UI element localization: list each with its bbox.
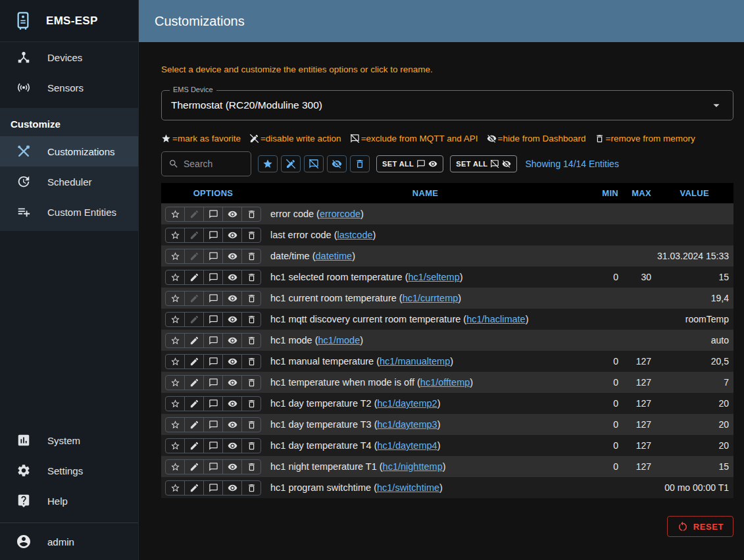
edit-toggle[interactable] [184, 312, 204, 327]
edit-toggle[interactable] [184, 417, 204, 432]
edit-toggle[interactable] [184, 207, 204, 222]
entity-id-link[interactable]: hc1/haclimate [466, 314, 525, 324]
mqtt-exclude-toggle[interactable] [203, 396, 223, 411]
edit-toggle[interactable] [184, 333, 204, 348]
entity-name-cell[interactable]: hc1 selected room temperature (hc1/selte… [265, 272, 585, 282]
delete-toggle[interactable] [241, 228, 261, 243]
table-row[interactable]: hc1 temperature when mode is off (hc1/of… [161, 372, 733, 393]
favorite-toggle[interactable] [165, 249, 185, 264]
visibility-toggle[interactable] [222, 396, 242, 411]
mqtt-exclude-toggle[interactable] [203, 207, 223, 222]
delete-toggle[interactable] [241, 480, 261, 496]
delete-toggle[interactable] [241, 249, 261, 264]
edit-toggle[interactable] [184, 354, 204, 369]
entity-id-link[interactable]: hc1/nighttemp [383, 461, 443, 472]
entity-name-cell[interactable]: hc1 day temperature T3 (hc1/daytemp3) [265, 419, 585, 430]
entity-name-cell[interactable]: error code (errorcode) [265, 209, 585, 219]
visibility-toggle[interactable] [222, 375, 242, 390]
table-row[interactable]: hc1 day temperature T2 (hc1/daytemp2) 0 … [161, 393, 733, 414]
edit-toggle[interactable] [184, 438, 204, 453]
filter-disable-write-button[interactable] [281, 155, 301, 172]
sidebar-item-custom-entities[interactable]: Custom Entities [0, 197, 138, 227]
entity-name-cell[interactable]: date/time (datetime) [265, 251, 585, 261]
mqtt-exclude-toggle[interactable] [203, 354, 223, 369]
favorite-toggle[interactable] [165, 333, 185, 348]
edit-toggle[interactable] [184, 396, 204, 411]
sidebar-item-help[interactable]: Help [0, 486, 138, 516]
entity-id-link[interactable]: hc1/daytemp2 [378, 398, 437, 409]
table-row[interactable]: hc1 mode (hc1/mode) auto [161, 330, 733, 351]
entity-id-link[interactable]: hc1/manualtemp [380, 356, 450, 367]
entity-id-link[interactable]: errorcode [320, 209, 360, 219]
sidebar-item-customizations[interactable]: Customizations [0, 136, 138, 166]
filter-exclude-mqtt-button[interactable] [304, 155, 324, 172]
visibility-toggle[interactable] [222, 333, 242, 348]
visibility-toggle[interactable] [222, 312, 242, 327]
entity-name-cell[interactable]: hc1 night temperature T1 (hc1/nighttemp) [265, 461, 585, 472]
delete-toggle[interactable] [241, 438, 261, 453]
edit-toggle[interactable] [184, 459, 204, 474]
favorite-toggle[interactable] [165, 228, 185, 243]
table-row[interactable]: hc1 program switchtime (hc1/switchtime) … [161, 477, 733, 498]
visibility-toggle[interactable] [222, 438, 242, 453]
entity-id-link[interactable]: hc1/daytemp3 [378, 419, 437, 430]
mqtt-exclude-toggle[interactable] [203, 312, 223, 327]
favorite-toggle[interactable] [165, 375, 185, 390]
edit-toggle[interactable] [184, 249, 204, 264]
delete-toggle[interactable] [241, 375, 261, 390]
entity-id-link[interactable]: hc1/currtemp [403, 293, 459, 303]
entity-id-link[interactable]: hc1/mode [318, 335, 360, 345]
edit-toggle[interactable] [184, 270, 204, 285]
table-row[interactable]: hc1 current room temperature (hc1/currte… [161, 288, 733, 309]
entity-id-link[interactable]: hc1/seltemp [409, 272, 460, 282]
entity-id-link[interactable]: hc1/daytemp4 [378, 440, 437, 451]
delete-toggle[interactable] [241, 291, 261, 306]
mqtt-exclude-toggle[interactable] [203, 333, 223, 348]
entity-name-cell[interactable]: last error code (lastcode) [265, 230, 585, 240]
favorite-toggle[interactable] [165, 354, 185, 369]
visibility-toggle[interactable] [222, 249, 242, 264]
visibility-toggle[interactable] [222, 480, 242, 496]
table-row[interactable]: date/time (datetime) 31.03.2024 15:33 [161, 245, 733, 267]
table-row[interactable]: hc1 manual temperature (hc1/manualtemp) … [161, 351, 733, 372]
table-row[interactable]: hc1 day temperature T4 (hc1/daytemp4) 0 … [161, 435, 733, 456]
delete-toggle[interactable] [241, 333, 261, 348]
delete-toggle[interactable] [241, 396, 261, 411]
sidebar-item-system[interactable]: System [0, 425, 138, 455]
mqtt-exclude-toggle[interactable] [203, 459, 223, 474]
entity-id-link[interactable]: datetime [316, 251, 353, 261]
mqtt-exclude-toggle[interactable] [203, 375, 223, 390]
favorite-toggle[interactable] [165, 480, 185, 496]
table-row[interactable]: error code (errorcode) [161, 203, 733, 224]
table-row[interactable]: hc1 mqtt discovery current room temperat… [161, 309, 733, 330]
favorite-toggle[interactable] [165, 270, 185, 285]
mqtt-exclude-toggle[interactable] [203, 228, 223, 243]
delete-toggle[interactable] [241, 459, 261, 474]
filter-hide-dashboard-button[interactable] [327, 155, 347, 172]
visibility-toggle[interactable] [222, 270, 242, 285]
table-row[interactable]: hc1 day temperature T3 (hc1/daytemp3) 0 … [161, 414, 733, 435]
entity-name-cell[interactable]: hc1 day temperature T4 (hc1/daytemp4) [265, 440, 585, 451]
edit-toggle[interactable] [184, 375, 204, 390]
mqtt-exclude-toggle[interactable] [203, 438, 223, 453]
user-row[interactable]: admin [0, 523, 138, 560]
favorite-toggle[interactable] [165, 438, 185, 453]
edit-toggle[interactable] [184, 291, 204, 306]
delete-toggle[interactable] [241, 270, 261, 285]
delete-toggle[interactable] [241, 354, 261, 369]
favorite-toggle[interactable] [165, 396, 185, 411]
ems-device-select[interactable]: EMS Device Thermostat (RC20/Moduline 300… [161, 90, 733, 120]
filter-remove-memory-button[interactable] [350, 155, 370, 172]
set-all-show-button[interactable]: SET ALL [376, 155, 443, 172]
favorite-toggle[interactable] [165, 207, 185, 222]
entity-name-cell[interactable]: hc1 day temperature T2 (hc1/daytemp2) [265, 398, 585, 409]
mqtt-exclude-toggle[interactable] [203, 270, 223, 285]
mqtt-exclude-toggle[interactable] [203, 480, 223, 496]
visibility-toggle[interactable] [222, 291, 242, 306]
table-row[interactable]: hc1 selected room temperature (hc1/selte… [161, 267, 733, 288]
entity-name-cell[interactable]: hc1 temperature when mode is off (hc1/of… [265, 377, 585, 388]
filter-favorite-button[interactable] [258, 155, 278, 172]
delete-toggle[interactable] [241, 207, 261, 222]
sidebar-item-devices[interactable]: Devices [0, 42, 138, 72]
reset-button[interactable]: RESET [667, 516, 733, 537]
